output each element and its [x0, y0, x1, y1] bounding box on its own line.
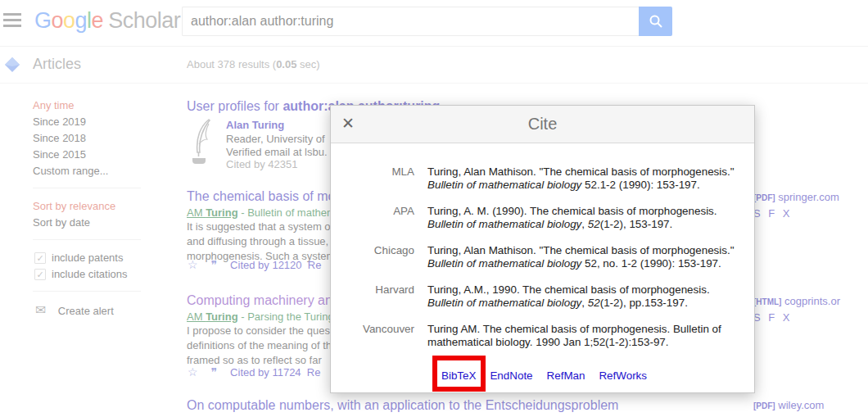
- citation-text: Turing, Alan Mathison. "The chemical bas…: [427, 244, 737, 270]
- citation-style-label: Vancouver: [331, 323, 414, 349]
- citation-text: Turing, A.M., 1990. The chemical basis o…: [427, 283, 737, 310]
- citation-row: APATuring, A. M. (1990). The chemical ba…: [331, 205, 754, 231]
- citation-row: ChicagoTuring, Alan Mathison. "The chemi…: [331, 244, 754, 270]
- citation-style-label: APA: [331, 205, 414, 231]
- citation-row: HarvardTuring, A.M., 1990. The chemical …: [331, 283, 754, 310]
- export-link-endnote[interactable]: EndNote: [490, 369, 532, 382]
- export-link-refworks[interactable]: RefWorks: [599, 369, 647, 382]
- export-link-refman[interactable]: RefMan: [547, 369, 585, 382]
- cite-dialog-title: Cite: [331, 115, 754, 134]
- citation-style-label: MLA: [331, 165, 414, 192]
- citation-text: Turing AM. The chemical basis of morphog…: [427, 323, 737, 349]
- annotation-highlight-box: [432, 356, 486, 392]
- cite-dialog-header: ✕ Cite: [331, 106, 754, 143]
- citation-row: VancouverTuring AM. The chemical basis o…: [331, 323, 754, 349]
- citation-style-label: Harvard: [331, 283, 414, 310]
- citation-text: Turing, Alan Mathison. "The chemical bas…: [427, 165, 737, 192]
- cite-dialog: ✕ Cite MLATuring, Alan Mathison. "The ch…: [330, 105, 755, 393]
- citation-text: Turing, A. M. (1990). The chemical basis…: [427, 205, 737, 231]
- citation-list: MLATuring, Alan Mathison. "The chemical …: [331, 165, 754, 362]
- citation-style-label: Chicago: [331, 244, 414, 270]
- citation-row: MLATuring, Alan Mathison. "The chemical …: [331, 165, 754, 192]
